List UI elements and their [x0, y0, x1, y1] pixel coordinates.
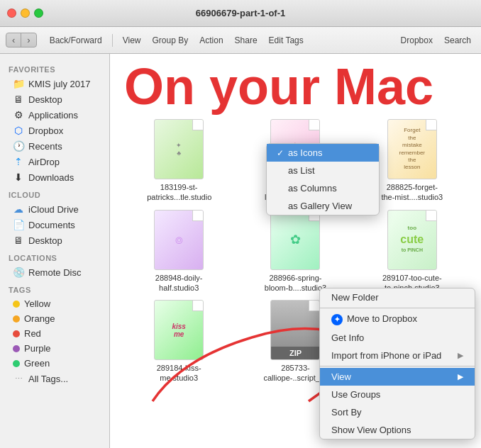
edit-tags-button[interactable]: Edit Tags [265, 34, 308, 47]
documents-icon: 📄 [13, 219, 24, 230]
sidebar-item-applications[interactable]: ⚙ Applications [3, 107, 106, 123]
submenu-item-as-columns[interactable]: ✓ as Columns [267, 179, 379, 197]
menu-item-move-to-dropbox[interactable]: ✦Move to Dropbox [320, 310, 475, 329]
tag-label: Orange [24, 313, 55, 324]
menu-item-import-iphone[interactable]: Import from iPhone or iPad ▶ [320, 347, 475, 364]
chevron-right-icon: ▶ [458, 372, 463, 381]
file-name: 285733-calliope-..script_font.zip [263, 363, 327, 383]
content-heading: On your Mac [110, 54, 481, 116]
downloads-icon: ⬇ [13, 172, 24, 183]
dropbox-badge-icon: ✦ [331, 314, 343, 325]
content-area: On your Mac ✦♣ 183199-st-patricks...tle.… [110, 54, 481, 448]
forward-button[interactable]: › [21, 33, 35, 47]
menu-item-use-groups[interactable]: Use Groups [320, 386, 475, 403]
desktop-icon: 🖥 [13, 94, 24, 105]
sidebar-item-documents[interactable]: 📄 Documents [3, 217, 106, 233]
file-name: 288948-doily-half.studio3 [147, 273, 211, 293]
sidebar-item-airdrop[interactable]: ⇡ AirDrop [3, 154, 106, 169]
sidebar-item-label: Dropbox [28, 125, 63, 136]
file-name: 183199-st-patricks...tle.studio [147, 182, 211, 203]
red-tag-dot [13, 330, 20, 337]
file-icon: Forgetthemistakerememberthelesson [387, 119, 437, 179]
sidebar-item-dropbox[interactable]: ⬡ Dropbox [3, 123, 106, 138]
close-button[interactable] [7, 9, 16, 18]
file-icon: kissme [154, 300, 204, 360]
dropbox-button[interactable]: Dropbox [397, 34, 437, 47]
submenu-item-as-list[interactable]: ✓ as List [267, 162, 379, 179]
sidebar-item-orange-tag[interactable]: Orange [3, 311, 106, 326]
sidebar-item-yellow-tag[interactable]: Yellow [3, 296, 106, 311]
tag-label: Green [24, 358, 50, 369]
recents-icon: 🕐 [13, 140, 24, 152]
main-area: Favorites 📁 KMIS july 2017 🖥 Desktop ⚙ A… [0, 54, 481, 448]
submenu-item-as-gallery[interactable]: ✓ as Gallery View [267, 197, 379, 215]
airdrop-icon: ⇡ [13, 156, 24, 167]
sidebar-item-green-tag[interactable]: Green [3, 356, 106, 371]
sidebar-item-remote-disc[interactable]: 💿 Remote Disc [3, 264, 106, 280]
yellow-tag-dot [13, 301, 20, 308]
file-item[interactable]: ⌾ 288948-doily-half.studio3 [124, 210, 233, 293]
sidebar-item-label: AirDrop [28, 157, 60, 167]
sidebar-item-icloud-desktop[interactable]: 🖥 Desktop [3, 233, 106, 248]
maximize-button[interactable] [34, 9, 43, 18]
toolbar: ‹ › Back/Forward View Group By Action Sh… [0, 27, 481, 54]
tags-section-title: Tags [0, 280, 109, 296]
action-button[interactable]: Action [195, 34, 227, 47]
tag-label: Red [24, 328, 41, 339]
disc-icon: 💿 [13, 267, 24, 278]
file-name: 288825-forget-the-mist....studio3 [380, 182, 444, 203]
sidebar-item-all-tags[interactable]: ⋯ All Tags... [3, 371, 106, 386]
menu-item-view[interactable]: View ▶ [320, 368, 475, 386]
menu-separator [320, 308, 475, 308]
group-by-button[interactable]: Group By [148, 34, 193, 47]
sidebar-item-recents[interactable]: 🕐 Recents [3, 138, 106, 154]
sidebar-item-label: Desktop [28, 94, 62, 105]
sidebar-item-downloads[interactable]: ⬇ Downloads [3, 169, 106, 185]
sidebar-item-label: Applications [28, 110, 78, 121]
chevron-right-icon: ▶ [458, 351, 463, 360]
icloud-icon: ☁ [13, 203, 24, 215]
tag-label: Yellow [24, 298, 50, 309]
file-item[interactable]: ✿ 288966-spring-bloom-b....studio3 [240, 210, 350, 293]
sidebar-item-label: iCloud Drive [28, 204, 79, 215]
menu-item-new-folder[interactable]: New Folder [320, 289, 475, 306]
menu-item-show-view-options[interactable]: Show View Options [320, 421, 475, 439]
back-forward-button[interactable]: ‹ › [6, 33, 37, 47]
titlebar: 66906679-part-1-of-1 [0, 0, 481, 27]
all-tags-icon: ⋯ [13, 373, 24, 384]
zip-icon: ZIP [270, 300, 320, 360]
locations-section-title: Locations [0, 248, 109, 264]
sidebar-item-desktop[interactable]: 🖥 Desktop [3, 91, 106, 107]
file-icon: ✦♣ [154, 119, 204, 179]
back-button[interactable]: ‹ [6, 33, 21, 47]
minimize-button[interactable] [21, 9, 30, 18]
favorites-section-title: Favorites [0, 60, 109, 76]
submenu-item-as-icons[interactable]: ✓ as Icons [267, 144, 379, 162]
search-button[interactable]: Search [440, 34, 475, 47]
file-icon: ⌾ [154, 210, 204, 270]
sidebar-item-purple-tag[interactable]: Purple [3, 341, 106, 356]
file-item-kiss-me[interactable]: kissme 289184-kiss-me.studio3 [124, 300, 233, 383]
menu-item-sort-by[interactable]: Sort By [320, 403, 475, 421]
icloud-section-title: iCloud [0, 185, 109, 201]
green-tag-dot [13, 360, 20, 367]
view-button[interactable]: View [118, 34, 145, 47]
share-button[interactable]: Share [231, 34, 262, 47]
file-icon: ✿ [270, 210, 320, 270]
traffic-lights [0, 9, 43, 18]
file-item[interactable]: ✦♣ 183199-st-patricks...tle.studio [124, 119, 233, 203]
icloud-desktop-icon: 🖥 [13, 235, 24, 246]
sidebar-item-label: Recents [28, 141, 62, 152]
checkmark-icon: ✓ [277, 148, 284, 158]
view-submenu: ✓ as Icons ✓ as List ✓ as Columns ✓ as G… [266, 143, 380, 215]
menu-item-get-info[interactable]: Get Info [320, 329, 475, 347]
orange-tag-dot [13, 315, 20, 323]
sidebar-item-red-tag[interactable]: Red [3, 326, 106, 341]
sidebar-item-icloud-drive[interactable]: ☁ iCloud Drive [3, 201, 106, 217]
menu-separator [320, 366, 475, 366]
sidebar-item-kmis[interactable]: 📁 KMIS july 2017 [3, 76, 106, 91]
sidebar-item-label: KMIS july 2017 [28, 79, 90, 89]
tag-label: Purple [24, 343, 51, 354]
separator [112, 34, 113, 47]
file-item[interactable]: toocuteto PINCH 289107-too-cute-to-pinch… [358, 210, 467, 293]
